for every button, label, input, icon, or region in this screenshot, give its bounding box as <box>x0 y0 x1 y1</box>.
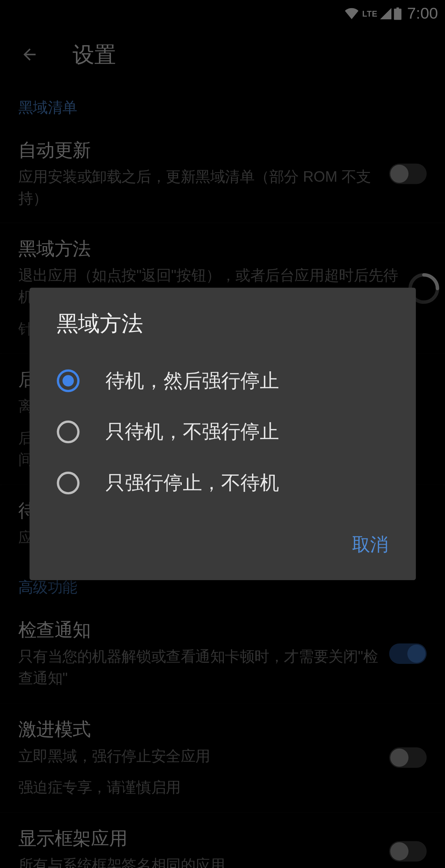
dialog-title: 黑域方法 <box>29 288 415 351</box>
radio-label: 待机，然后强行停止 <box>105 368 279 394</box>
method-dialog: 黑域方法 待机，然后强行停止 只待机，不强行停止 只强行停止，不待机 取消 <box>29 288 415 580</box>
radio-option-2[interactable]: 只强行停止，不待机 <box>29 457 415 509</box>
radio-label: 只强行停止，不待机 <box>105 470 279 496</box>
radio-label: 只待机，不强行停止 <box>105 419 279 445</box>
radio-option-0[interactable]: 待机，然后强行停止 <box>29 355 415 407</box>
radio-icon <box>57 370 79 392</box>
radio-option-1[interactable]: 只待机，不强行停止 <box>29 406 415 457</box>
dialog-options: 待机，然后强行停止 只待机，不强行停止 只强行停止，不待机 <box>29 351 415 519</box>
radio-icon <box>57 420 79 443</box>
radio-icon <box>57 472 79 494</box>
cancel-button[interactable]: 取消 <box>341 526 400 564</box>
dialog-actions: 取消 <box>29 519 415 576</box>
